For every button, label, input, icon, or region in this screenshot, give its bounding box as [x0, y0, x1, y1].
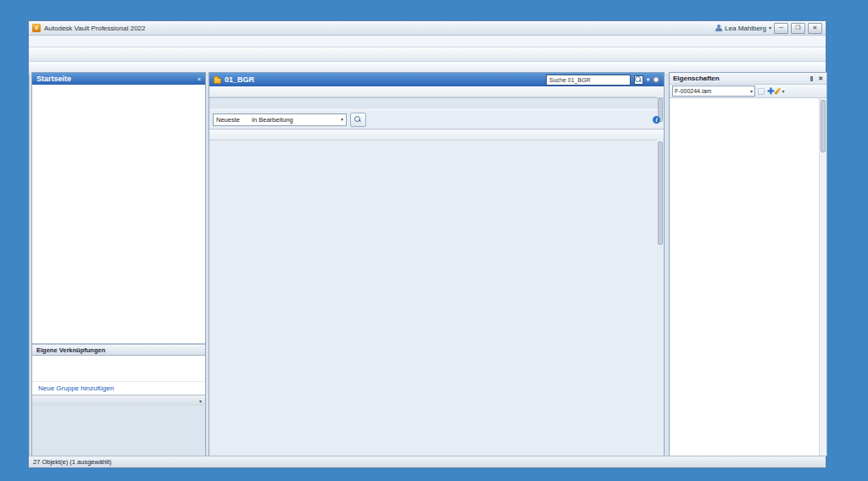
status-count: 27 Objekt(e) (1 ausgewählt) — [33, 458, 112, 466]
add-group-link[interactable]: Neue Gruppe hinzufügen — [32, 381, 205, 395]
remove-property-button — [758, 88, 765, 95]
usage-grid-header — [209, 130, 664, 141]
chevron-down-icon: ▾ — [750, 89, 753, 94]
filter-left-value: Neueste — [216, 116, 240, 124]
folder-title: 01_BGR — [225, 75, 254, 84]
navigation-tree — [32, 85, 205, 344]
history-filter-combo[interactable]: Neueste In Bearbeitung ▾ — [213, 113, 347, 126]
content-area: Startseite « Eigene Verknüpfungen Neue G… — [29, 72, 826, 456]
window-title: Autodesk Vault Professional 2022 — [44, 25, 145, 32]
menu-bar — [29, 36, 826, 47]
close-button[interactable]: ✕ — [808, 23, 822, 34]
filter-bar: Neueste In Bearbeitung ▾ i — [209, 110, 664, 129]
properties-toolbar: F-000244.iam ▾ ✚ ▾ — [670, 85, 826, 98]
sidebar: Startseite « Eigene Verknüpfungen Neue G… — [31, 72, 206, 456]
vault-logo-icon: V — [32, 24, 41, 32]
chevron-down-icon[interactable]: ▾ — [782, 89, 784, 94]
status-bar: 27 Objekt(e) (1 ausgewählt) — [29, 456, 826, 467]
folder-header: 01_BGR Suche 01_BGR ▾ — [209, 73, 664, 86]
main-panel: 01_BGR Suche 01_BGR ▾ Neueste In Bearbei… — [209, 72, 665, 456]
add-property-button[interactable]: ✚ — [767, 87, 774, 95]
nav-overflow-icon[interactable]: ▾ — [199, 398, 202, 404]
user-menu[interactable]: Lea Mahlberg ▾ — [715, 25, 771, 32]
minimize-button[interactable]: ─ — [774, 23, 788, 34]
app-window: V Autodesk Vault Professional 2022 Lea M… — [28, 20, 826, 468]
usage-grid-scrollbar[interactable] — [656, 140, 664, 141]
folder-icon — [214, 78, 221, 84]
properties-file-combo[interactable]: F-000244.iam ▾ — [672, 86, 755, 97]
edit-property-button[interactable] — [775, 87, 782, 95]
search-icon[interactable] — [634, 75, 643, 85]
properties-header: Eigenschaften ✕ — [670, 73, 826, 85]
info-icon[interactable]: i — [653, 116, 660, 124]
properties-title: Eigenschaften — [673, 75, 720, 82]
file-grid-header — [209, 86, 664, 97]
usage-grid — [209, 129, 664, 141]
search-input[interactable]: Suche 01_BGR — [546, 75, 631, 86]
close-panel-icon[interactable]: ✕ — [818, 75, 823, 82]
file-grid-scrollbar[interactable] — [656, 97, 664, 97]
usage-grid-footer — [209, 141, 664, 158]
filter-right-value: In Bearbeitung — [252, 116, 293, 124]
shortcuts-header: Eigene Verknüpfungen — [32, 344, 205, 356]
desktop: { "window": { "title": "Autodesk Vault P… — [0, 0, 868, 481]
collapse-icon[interactable]: « — [198, 76, 201, 82]
view-options-icon[interactable] — [653, 76, 659, 83]
restore-button[interactable]: ❐ — [791, 23, 805, 34]
user-icon — [715, 25, 722, 31]
chevron-down-icon: ▾ — [769, 25, 771, 30]
sidebar-header-label: Startseite — [36, 75, 71, 83]
title-bar: V Autodesk Vault Professional 2022 Lea M… — [29, 21, 826, 36]
sidebar-header: Startseite « — [32, 73, 205, 85]
pin-icon[interactable] — [810, 76, 813, 81]
search-options-chevron[interactable]: ▾ — [647, 77, 649, 82]
properties-scrollbar[interactable] — [819, 98, 826, 456]
toolbar-main — [29, 47, 826, 62]
filter-settings-button[interactable] — [350, 113, 366, 127]
detail-tabs — [209, 98, 664, 110]
chevron-down-icon: ▾ — [341, 117, 343, 122]
shortcuts-area — [32, 356, 205, 381]
file-grid — [209, 86, 664, 98]
nav-footer: ▾ — [32, 395, 205, 406]
properties-file-value: F-000244.iam — [675, 88, 711, 94]
properties-panel: Eigenschaften ✕ F-000244.iam ▾ ✚ ▾ — [669, 72, 827, 456]
user-name: Lea Mahlberg — [725, 25, 766, 32]
properties-grid — [670, 98, 826, 456]
